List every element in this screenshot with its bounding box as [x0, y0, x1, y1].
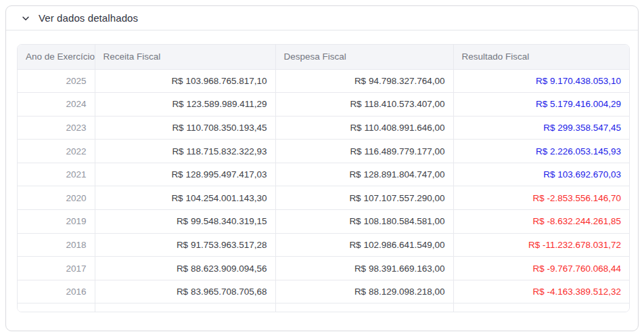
column-header-despesa: Despesa Fiscal	[275, 45, 453, 69]
cell-despesa-fiscal	[275, 303, 453, 312]
cell-resultado-fiscal: R$ -4.163.389.512,32	[453, 280, 629, 303]
cell-despesa-fiscal: R$ 102.986.641.549,00	[275, 233, 453, 257]
cell-ano-exercicio: 2023	[18, 116, 95, 140]
expander-panel: Ver dados detalhados Ano de Exercício Re…	[5, 5, 639, 331]
table-row: 2025 R$ 103.968.765.817,10 R$ 94.798.327…	[18, 69, 629, 93]
cell-ano-exercicio: 2016	[18, 280, 95, 303]
cell-receita-fiscal: R$ 104.254.001.143,30	[95, 186, 275, 210]
cell-despesa-fiscal: R$ 128.891.804.747,00	[275, 163, 453, 186]
cell-ano-exercicio: 2024	[18, 93, 95, 117]
cell-despesa-fiscal: R$ 108.180.584.581,00	[275, 210, 453, 234]
chevron-down-icon	[21, 14, 30, 23]
expander-header[interactable]: Ver dados detalhados	[6, 6, 638, 30]
table-row: 2022 R$ 118.715.832.322,93 R$ 116.489.77…	[18, 140, 629, 163]
cell-receita-fiscal: R$ 103.968.765.817,10	[95, 69, 275, 93]
table-header-row: Ano de Exercício Receita Fiscal Despesa …	[18, 45, 629, 69]
cell-receita-fiscal	[95, 303, 275, 312]
table-row: 2020 R$ 104.254.001.143,30 R$ 107.107.55…	[18, 186, 629, 210]
cell-ano-exercicio: 2020	[18, 186, 95, 210]
table-row: 2023 R$ 110.708.350.193,45 R$ 110.408.99…	[18, 116, 629, 140]
column-header-receita: Receita Fiscal	[95, 45, 275, 69]
cell-receita-fiscal: R$ 88.623.909.094,56	[95, 257, 275, 280]
table-row	[18, 303, 629, 312]
cell-ano-exercicio: 2017	[18, 257, 95, 280]
cell-receita-fiscal: R$ 99.548.340.319,15	[95, 210, 275, 234]
cell-resultado-fiscal: R$ -11.232.678.031,72	[453, 233, 629, 257]
cell-despesa-fiscal: R$ 110.408.991.646,00	[275, 116, 453, 140]
cell-receita-fiscal: R$ 123.589.989.411,29	[95, 93, 275, 117]
cell-despesa-fiscal: R$ 98.391.669.163,00	[275, 257, 453, 280]
fiscal-data-table: Ano de Exercício Receita Fiscal Despesa …	[18, 45, 629, 312]
table-row: 2016 R$ 83.965.708.705,68 R$ 88.129.098.…	[18, 280, 629, 303]
table-row: 2018 R$ 91.753.963.517,28 R$ 102.986.641…	[18, 233, 629, 257]
cell-despesa-fiscal: R$ 88.129.098.218,00	[275, 280, 453, 303]
cell-ano-exercicio: 2025	[18, 69, 95, 93]
app-page: Ver dados detalhados Ano de Exercício Re…	[0, 0, 644, 336]
cell-ano-exercicio: 2021	[18, 163, 95, 186]
cell-receita-fiscal: R$ 118.715.832.322,93	[95, 140, 275, 163]
cell-resultado-fiscal: R$ 5.179.416.004,29	[453, 93, 629, 117]
table-row: 2019 R$ 99.548.340.319,15 R$ 108.180.584…	[18, 210, 629, 234]
cell-receita-fiscal: R$ 83.965.708.705,68	[95, 280, 275, 303]
cell-resultado-fiscal: R$ 2.226.053.145,93	[453, 140, 629, 163]
cell-despesa-fiscal: R$ 94.798.327.764,00	[275, 69, 453, 93]
cell-despesa-fiscal: R$ 118.410.573.407,00	[275, 93, 453, 117]
cell-ano-exercicio: 2018	[18, 233, 95, 257]
table-row: 2024 R$ 123.589.989.411,29 R$ 118.410.57…	[18, 93, 629, 117]
cell-receita-fiscal: R$ 128.995.497.417,03	[95, 163, 275, 186]
table-row: 2017 R$ 88.623.909.094,56 R$ 98.391.669.…	[18, 257, 629, 280]
table-row: 2021 R$ 128.995.497.417,03 R$ 128.891.80…	[18, 163, 629, 186]
cell-resultado-fiscal: R$ -2.853.556.146,70	[453, 186, 629, 210]
table-body: 2025 R$ 103.968.765.817,10 R$ 94.798.327…	[18, 69, 629, 312]
data-table-container[interactable]: Ano de Exercício Receita Fiscal Despesa …	[17, 44, 630, 312]
cell-resultado-fiscal: R$ 103.692.670,03	[453, 163, 629, 186]
cell-ano-exercicio: 2019	[18, 210, 95, 234]
cell-resultado-fiscal: R$ 9.170.438.053,10	[453, 69, 629, 93]
cell-resultado-fiscal: R$ -9.767.760.068,44	[453, 257, 629, 280]
column-header-resultado: Resultado Fiscal	[453, 45, 629, 69]
cell-ano-exercicio: 2022	[18, 140, 95, 163]
column-header-ano: Ano de Exercício	[18, 45, 95, 69]
cell-receita-fiscal: R$ 110.708.350.193,45	[95, 116, 275, 140]
cell-receita-fiscal: R$ 91.753.963.517,28	[95, 233, 275, 257]
cell-resultado-fiscal: R$ -8.632.244.261,85	[453, 210, 629, 234]
cell-resultado-fiscal	[453, 303, 629, 312]
cell-despesa-fiscal: R$ 116.489.779.177,00	[275, 140, 453, 163]
cell-resultado-fiscal: R$ 299.358.547,45	[453, 116, 629, 140]
cell-despesa-fiscal: R$ 107.107.557.290,00	[275, 186, 453, 210]
cell-ano-exercicio	[18, 303, 95, 312]
expander-title: Ver dados detalhados	[39, 13, 138, 23]
